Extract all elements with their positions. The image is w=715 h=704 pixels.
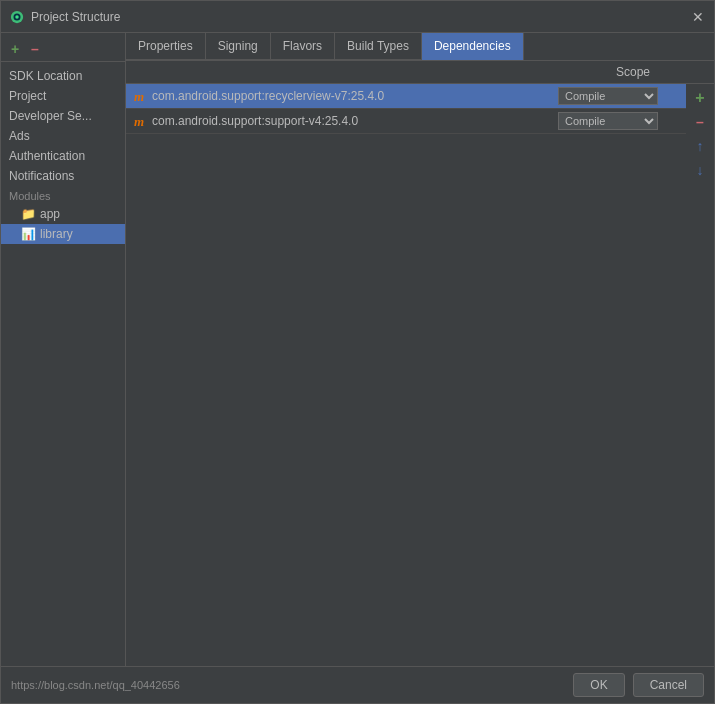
- status-url: https://blog.csdn.net/qq_40442656: [11, 679, 180, 691]
- title-bar: Project Structure ✕: [1, 1, 714, 33]
- dep-row[interactable]: m com.android.support:recyclerview-v7:25…: [126, 84, 686, 109]
- module-item-library[interactable]: 📊 library: [1, 224, 125, 244]
- dep-scope-select-1[interactable]: Compile Provided APK: [558, 87, 658, 105]
- dep-body: m com.android.support:recyclerview-v7:25…: [126, 84, 714, 666]
- ads-label: Ads: [9, 129, 30, 143]
- dep-move-up-button[interactable]: ↑: [690, 136, 710, 156]
- developer-services-label: Developer Se...: [9, 109, 92, 123]
- tab-properties[interactable]: Properties: [126, 33, 206, 60]
- tab-dependencies[interactable]: Dependencies: [422, 33, 524, 60]
- sidebar-remove-button[interactable]: –: [27, 41, 43, 57]
- ok-button[interactable]: OK: [573, 673, 624, 697]
- bottom-buttons: OK Cancel: [573, 673, 704, 697]
- svg-point-2: [15, 15, 19, 19]
- sdk-location-label: SDK Location: [9, 69, 82, 83]
- sidebar-item-notifications[interactable]: Notifications: [1, 166, 125, 186]
- close-button[interactable]: ✕: [690, 9, 706, 25]
- bottom-bar: https://blog.csdn.net/qq_40442656 OK Can…: [1, 666, 714, 703]
- dep-remove-button[interactable]: –: [690, 112, 710, 132]
- project-label: Project: [9, 89, 46, 103]
- dep-scope-select-2[interactable]: Compile Provided APK: [558, 112, 658, 130]
- dep-name-2: com.android.support:support-v4:25.4.0: [152, 114, 558, 128]
- library-module-label: library: [40, 227, 73, 241]
- module-item-app[interactable]: 📁 app: [1, 204, 125, 224]
- sidebar-item-developer-services[interactable]: Developer Se...: [1, 106, 125, 126]
- sidebar-add-button[interactable]: +: [7, 41, 23, 57]
- sidebar-item-authentication[interactable]: Authentication: [1, 146, 125, 166]
- main-content: + – SDK Location Project Developer Se...…: [1, 33, 714, 666]
- dep-scope-1: Compile Provided APK: [558, 87, 678, 105]
- dep-row[interactable]: m com.android.support:support-v4:25.4.0 …: [126, 109, 686, 134]
- sidebar: + – SDK Location Project Developer Se...…: [1, 33, 126, 666]
- library-module-icon: 📊: [21, 227, 36, 241]
- tabs-bar: Properties Signing Flavors Build Types D…: [126, 33, 714, 61]
- dep-scope-col-header: Scope: [558, 65, 678, 79]
- app-module-icon: 📁: [21, 207, 36, 221]
- authentication-label: Authentication: [9, 149, 85, 163]
- tab-signing[interactable]: Signing: [206, 33, 271, 60]
- dep-name-1: com.android.support:recyclerview-v7:25.4…: [152, 89, 558, 103]
- dep-list-area: m com.android.support:recyclerview-v7:25…: [126, 84, 686, 666]
- title-controls: ✕: [690, 9, 706, 25]
- android-studio-icon: [9, 9, 25, 25]
- maven-icon-1: m: [134, 89, 148, 103]
- dep-side-buttons: + – ↑ ↓: [686, 84, 714, 666]
- tab-flavors[interactable]: Flavors: [271, 33, 335, 60]
- notifications-label: Notifications: [9, 169, 74, 183]
- sidebar-item-ads[interactable]: Ads: [1, 126, 125, 146]
- app-module-label: app: [40, 207, 60, 221]
- dep-move-down-button[interactable]: ↓: [690, 160, 710, 180]
- sidebar-item-project[interactable]: Project: [1, 86, 125, 106]
- dep-add-button[interactable]: +: [690, 88, 710, 108]
- dep-table-header: Scope: [126, 61, 714, 84]
- cancel-button[interactable]: Cancel: [633, 673, 704, 697]
- sidebar-item-sdk-location[interactable]: SDK Location: [1, 66, 125, 86]
- project-structure-dialog: Project Structure ✕ + – SDK Location Pro…: [0, 0, 715, 704]
- dependencies-content: Scope m com.android.support:recyclerview…: [126, 61, 714, 666]
- right-panel: Properties Signing Flavors Build Types D…: [126, 33, 714, 666]
- dep-scope-2: Compile Provided APK: [558, 112, 678, 130]
- maven-icon-2: m: [134, 114, 148, 128]
- sidebar-toolbar: + –: [1, 37, 125, 62]
- tab-build-types[interactable]: Build Types: [335, 33, 422, 60]
- modules-header: Modules: [1, 186, 125, 204]
- window-title: Project Structure: [31, 10, 690, 24]
